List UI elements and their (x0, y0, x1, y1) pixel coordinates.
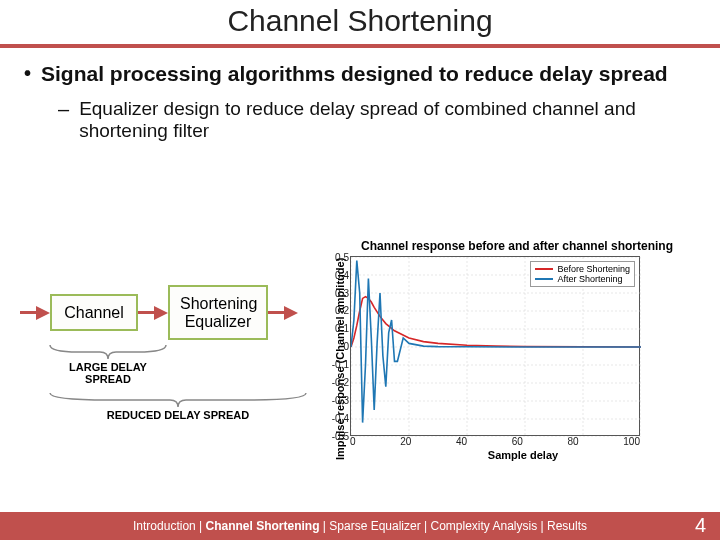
block-diagram: Channel Shortening Equalizer LARGE DELAY… (20, 285, 350, 485)
chart-title: Channel response before and after channe… (334, 240, 700, 254)
x-axis-label: Sample delay (346, 449, 700, 461)
legend-item-before: Before Shortening (535, 264, 630, 274)
slide-title: Channel Shortening (0, 0, 720, 38)
x-ticks: 020406080100 (350, 436, 640, 447)
arrow-mid (138, 306, 168, 320)
arrow-out (268, 306, 298, 320)
bullet-2-text: Equalizer design to reduce delay spread … (79, 98, 696, 142)
footer-bar: Introduction | Channel Shortening | Spar… (0, 512, 720, 540)
y-ticks: 0.50.40.30.20.10-0.1-0.2-0.3-0.4-0.5 (327, 252, 349, 442)
chart: Channel response before and after channe… (334, 240, 700, 490)
arrow-in (20, 306, 50, 320)
equalizer-block: Shortening Equalizer (168, 285, 268, 340)
channel-block: Channel (50, 294, 138, 332)
bullet-level-2: – Equalizer design to reduce delay sprea… (58, 98, 696, 142)
page-number: 4 (695, 514, 706, 537)
bullet-level-1: • Signal processing algorithms designed … (24, 62, 696, 86)
large-delay-label: LARGE DELAY SPREAD (48, 361, 168, 385)
legend-item-after: After Shortening (535, 274, 630, 284)
reduced-brace: REDUCED DELAY SPREAD (48, 391, 308, 421)
large-brace: LARGE DELAY SPREAD (48, 343, 168, 385)
breadcrumb: Introduction | Channel Shortening | Spar… (133, 519, 587, 533)
bullet-dash: – (58, 98, 69, 142)
bullet-1-text: Signal processing algorithms designed to… (41, 62, 696, 86)
legend: Before Shortening After Shortening (530, 261, 635, 287)
plot-area: 0.50.40.30.20.10-0.1-0.2-0.3-0.4-0.5 Bef… (350, 256, 640, 436)
bullet-dot: • (24, 62, 31, 86)
reduced-delay-label: REDUCED DELAY SPREAD (48, 409, 308, 421)
